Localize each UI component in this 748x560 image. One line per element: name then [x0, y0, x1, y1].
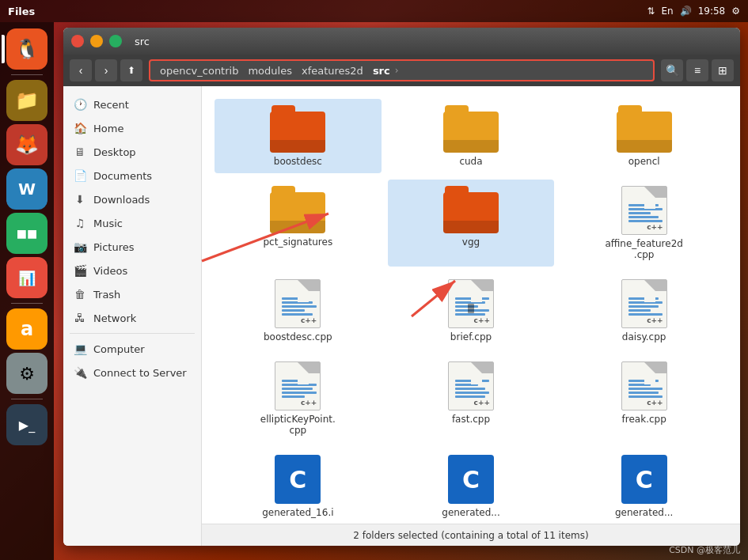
file-item-generated-16[interactable]: C generated_16.i	[215, 448, 382, 524]
close-button[interactable]	[71, 35, 84, 47]
back-button[interactable]: ‹	[70, 59, 92, 81]
launcher-icon-impress[interactable]: 📊	[6, 257, 47, 298]
sidebar-item-network[interactable]: 🖧 Network	[63, 306, 201, 330]
file-item-boostdesc[interactable]: boostdesc	[215, 99, 382, 173]
file-item-fast-cpp[interactable]: c++ fast.cpp	[388, 355, 555, 442]
sidebar-label-home: Home	[93, 123, 123, 134]
sidebar-label-desktop: Desktop	[93, 146, 136, 158]
launcher-icon-files[interactable]: 📁	[6, 80, 47, 121]
sidebar-item-connect[interactable]: 🔌 Connect to Server	[63, 361, 201, 384]
launcher-icon-calc[interactable]: ■■	[6, 213, 47, 254]
file-item-freak-cpp[interactable]: c++ freak.cpp	[560, 355, 727, 442]
launcher-icon-terminal[interactable]: ▶_	[6, 404, 47, 445]
launcher-icon-amazon[interactable]: a	[6, 308, 47, 350]
folder-icon-pct-signatures	[270, 186, 325, 233]
search-button[interactable]: 🔍	[661, 59, 683, 81]
sidebar-label-recent: Recent	[93, 99, 129, 111]
breadcrumb-src[interactable]: src	[368, 63, 395, 78]
title-bar: src	[63, 28, 740, 55]
file-item-brief-cpp[interactable]: c++ brief.cpp	[388, 273, 555, 349]
recent-icon: 🕐	[73, 97, 87, 112]
launcher-icon-writer[interactable]: W	[6, 168, 47, 210]
sidebar-item-videos[interactable]: 🎬 Videos	[63, 259, 201, 282]
locale-indicator[interactable]: En	[661, 6, 673, 17]
launcher-separator-2	[11, 303, 43, 304]
sidebar-item-recent[interactable]: 🕐 Recent	[63, 93, 201, 116]
file-label-cuda: cuda	[459, 156, 482, 167]
file-label-brief-cpp: brief.cpp	[450, 331, 492, 342]
sidebar-label-trash: Trash	[93, 289, 120, 301]
cpp-icon-daisy: c++	[621, 279, 667, 328]
file-label-daisy-cpp: daisy.cpp	[622, 331, 666, 342]
downloads-icon: ⬇	[73, 192, 87, 206]
launcher-icon-ubuntu[interactable]: 🐧	[6, 28, 47, 70]
breadcrumb-more: ›	[395, 65, 399, 76]
sidebar-item-downloads[interactable]: ⬇ Downloads	[63, 187, 201, 211]
file-item-generated3[interactable]: C generated...	[560, 448, 727, 524]
file-label-generated16: generated_16.i	[262, 507, 333, 518]
desktop-icon: 🖥	[73, 145, 87, 159]
music-icon: ♫	[73, 216, 87, 230]
launcher-icon-firefox[interactable]: 🦊	[6, 124, 47, 165]
grid-view-button[interactable]: ⊞	[712, 59, 734, 81]
sidebar-item-documents[interactable]: 📄 Documents	[63, 164, 201, 187]
cpp-icon-fast: c++	[448, 361, 494, 411]
clock: 19:58	[698, 6, 726, 17]
sidebar-label-downloads: Downloads	[93, 194, 150, 206]
breadcrumb-xfeatures2d[interactable]: xfeatures2d	[297, 63, 368, 78]
maximize-button[interactable]	[109, 35, 122, 47]
c-icon-generated3: C	[621, 455, 667, 504]
sidebar-label-documents: Documents	[93, 170, 152, 182]
trash-icon: 🗑	[73, 287, 87, 301]
launcher-icon-settings[interactable]: ⚙	[6, 353, 47, 394]
file-label-vgg: vgg	[462, 236, 480, 248]
breadcrumb-opencv-contrib[interactable]: opencv_contrib	[155, 63, 243, 78]
computer-icon: 💻	[73, 342, 87, 356]
list-view-button[interactable]: ≡	[686, 59, 708, 81]
toolbar-right: 🔍 ≡ ⊞	[661, 59, 734, 81]
sidebar-item-pictures[interactable]: 📷 Pictures	[63, 235, 201, 259]
file-label-freak-cpp: freak.cpp	[622, 414, 666, 425]
file-label-opencl: opencl	[628, 156, 660, 167]
sidebar-item-home[interactable]: 🏠 Home	[63, 116, 201, 140]
file-label-elliptic-cpp: ellipticKeyPoint.cpp	[258, 414, 337, 436]
main-content: 🕐 Recent 🏠 Home 🖥 Desktop 📄 Documents ⬇ …	[63, 86, 740, 546]
sidebar-label-music: Music	[93, 218, 123, 229]
forward-button[interactable]: ›	[95, 59, 117, 81]
status-bar: 2 folders selected (containing a total o…	[202, 524, 740, 546]
minimize-button[interactable]	[90, 35, 103, 47]
up-button[interactable]: ⬆	[120, 59, 142, 81]
folder-icon-opencl	[617, 105, 672, 153]
file-label-generated3: generated...	[615, 507, 673, 518]
cursor-indicator	[468, 304, 474, 313]
status-text: 2 folders selected (containing a total o…	[353, 530, 588, 541]
system-tray: ⇅ En 🔊 19:58 ⚙	[647, 6, 740, 17]
file-item-vgg[interactable]: vgg	[388, 180, 555, 267]
file-item-boostdesc-cpp[interactable]: c++ boostdesc.cpp	[215, 273, 382, 349]
launcher: 🐧 📁 🦊 W ■■ 📊 a ⚙ ▶_	[0, 22, 54, 560]
sidebar-label-network: Network	[93, 312, 136, 324]
file-item-cuda[interactable]: cuda	[388, 99, 555, 173]
cpp-icon-affine: c++	[621, 186, 667, 235]
pictures-icon: 📷	[73, 240, 87, 254]
sidebar-item-music[interactable]: ♫ Music	[63, 211, 201, 235]
file-item-opencl[interactable]: opencl	[560, 99, 727, 173]
breadcrumb-modules[interactable]: modules	[243, 63, 297, 78]
file-item-generated2[interactable]: C generated...	[388, 448, 555, 524]
sidebar-item-trash[interactable]: 🗑 Trash	[63, 282, 201, 306]
file-item-affine-feature2d[interactable]: c++ affine_feature2d.cpp	[560, 180, 727, 267]
file-item-pct-signatures[interactable]: pct_signatures	[215, 180, 382, 267]
sidebar-label-computer: Computer	[93, 343, 145, 355]
sidebar-item-computer[interactable]: 💻 Computer	[63, 337, 201, 361]
window-title: src	[135, 36, 150, 47]
file-item-daisy-cpp[interactable]: c++ daisy.cpp	[560, 273, 727, 349]
launcher-separator-3	[11, 399, 43, 399]
breadcrumb-bar: opencv_contrib modules xfeatures2d src ›	[149, 59, 655, 81]
c-icon-generated2: C	[448, 455, 494, 504]
settings-tray-icon[interactable]: ⚙	[731, 6, 740, 17]
file-manager-window: src ‹ › ⬆ opencv_contrib modules xfeatur…	[63, 28, 740, 546]
network-tray-icon: ⇅	[647, 6, 655, 17]
sidebar-item-desktop[interactable]: 🖥 Desktop	[63, 140, 201, 164]
folder-icon-boostdesc	[270, 105, 325, 153]
file-item-elliptic-cpp[interactable]: c++ ellipticKeyPoint.cpp	[215, 355, 382, 442]
